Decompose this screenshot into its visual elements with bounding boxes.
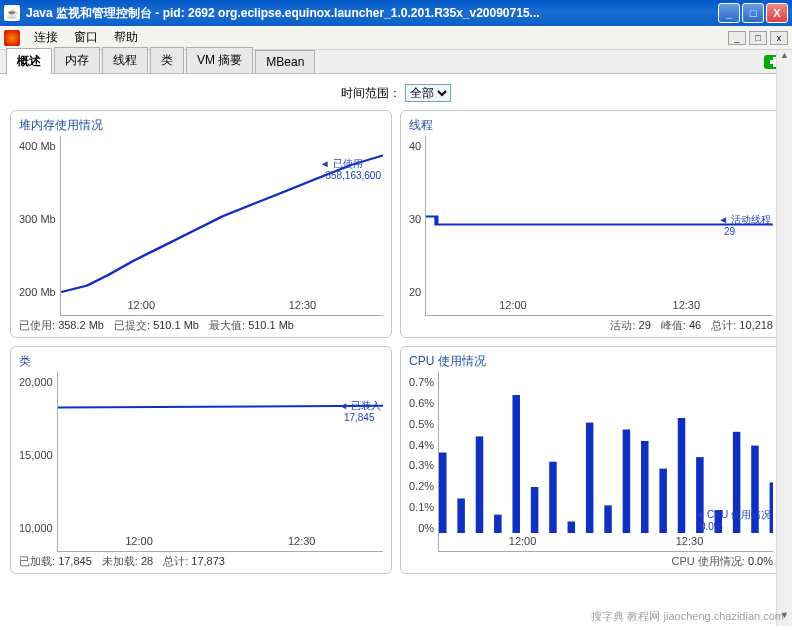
panel-classes-title: 类 — [19, 353, 383, 370]
svg-rect-9 — [604, 505, 612, 533]
timerange-label: 时间范围： — [341, 86, 401, 100]
svg-rect-0 — [439, 453, 447, 534]
minimize-button[interactable]: _ — [718, 3, 740, 23]
inner-minimize-button[interactable]: _ — [728, 31, 746, 45]
threads-plot[interactable]: ◄ 活动线程 29 12:0012:30 — [425, 136, 773, 316]
panel-threads-title: 线程 — [409, 117, 773, 134]
java-icon: ☕ — [4, 5, 20, 21]
cpu-stats: CPU 使用情况: 0.0% — [409, 554, 773, 569]
title-bar: ☕ Java 监视和管理控制台 - pid: 2692 org.eclipse.… — [0, 0, 792, 26]
heap-stats: 已使用: 358.2 Mb 已提交: 510.1 Mb 最大值: 510.1 M… — [19, 318, 383, 333]
inner-close-button[interactable]: x — [770, 31, 788, 45]
threads-legend: ◄ 活动线程 29 — [718, 214, 771, 238]
panel-cpu-title: CPU 使用情况 — [409, 353, 773, 370]
cpu-plot[interactable]: ◄ CPU 使用情况 0.0% 12:0012:30 — [438, 372, 773, 552]
svg-rect-8 — [586, 423, 594, 533]
threads-stats: 活动: 29 峰值: 46 总计: 10,218 — [409, 318, 773, 333]
tab-vm-summary[interactable]: VM 摘要 — [186, 47, 253, 73]
svg-rect-3 — [494, 515, 502, 533]
svg-rect-5 — [531, 487, 539, 533]
menu-help[interactable]: 帮助 — [106, 26, 146, 49]
tab-memory[interactable]: 内存 — [54, 47, 100, 73]
menu-window[interactable]: 窗口 — [66, 26, 106, 49]
svg-rect-6 — [549, 462, 557, 533]
svg-rect-1 — [457, 499, 465, 534]
svg-rect-4 — [513, 395, 521, 533]
cpu-legend: ◄ CPU 使用情况 0.0% — [694, 509, 771, 533]
classes-stats: 已加载: 17,845 未加载: 28 总计: 17,873 — [19, 554, 383, 569]
classes-plot[interactable]: ◄ 已装入 17,845 12:0012:30 — [57, 372, 383, 552]
tab-bar: 概述 内存 线程 类 VM 摘要 MBean — [0, 50, 792, 74]
inner-restore-button[interactable]: □ — [749, 31, 767, 45]
tab-threads[interactable]: 线程 — [102, 47, 148, 73]
watermark: 搜字典 教程网 jiaocheng.chazidian.com — [591, 609, 784, 624]
svg-rect-7 — [568, 522, 576, 534]
window-title: Java 监视和管理控制台 - pid: 2692 org.eclipse.eq… — [26, 5, 718, 22]
svg-rect-10 — [623, 430, 631, 534]
vertical-scrollbar[interactable]: ▲ ▼ — [776, 50, 792, 626]
svg-rect-12 — [659, 469, 667, 533]
heap-yaxis: 400 Mb300 Mb200 Mb — [19, 136, 60, 316]
threads-yaxis: 403020 — [409, 136, 425, 316]
tab-overview[interactable]: 概述 — [6, 48, 52, 74]
timerange-row: 时间范围： 全部 — [10, 84, 782, 102]
tab-mbean[interactable]: MBean — [255, 50, 315, 73]
panel-cpu: CPU 使用情况 0.7%0.6%0.5%0.4%0.3%0.2%0.1%0% … — [400, 346, 782, 574]
panel-heap-title: 堆内存使用情况 — [19, 117, 383, 134]
timerange-select[interactable]: 全部 — [405, 84, 451, 102]
maximize-button[interactable]: □ — [742, 3, 764, 23]
heap-plot[interactable]: ◄ 已使用 358,163,600 12:0012:30 — [60, 136, 383, 316]
svg-rect-2 — [476, 436, 484, 533]
cpu-yaxis: 0.7%0.6%0.5%0.4%0.3%0.2%0.1%0% — [409, 372, 438, 552]
panel-classes: 类 20,00015,00010,000 ◄ 已装入 17,845 12:001… — [10, 346, 392, 574]
classes-legend: ◄ 已装入 17,845 — [338, 400, 381, 424]
svg-rect-11 — [641, 441, 649, 533]
java-app-icon — [4, 30, 20, 46]
close-button[interactable]: X — [766, 3, 788, 23]
scroll-up-icon[interactable]: ▲ — [780, 50, 789, 66]
heap-legend: ◄ 已使用 358,163,600 — [320, 158, 381, 182]
svg-rect-13 — [678, 418, 686, 533]
tab-classes[interactable]: 类 — [150, 47, 184, 73]
panel-heap: 堆内存使用情况 400 Mb300 Mb200 Mb ◄ 已使用 358,163… — [10, 110, 392, 338]
menu-connect[interactable]: 连接 — [26, 26, 66, 49]
content-area: 时间范围： 全部 堆内存使用情况 400 Mb300 Mb200 Mb ◄ 已使… — [0, 74, 792, 580]
panel-threads: 线程 403020 ◄ 活动线程 29 12:0012:30 活动: 29 峰值… — [400, 110, 782, 338]
classes-yaxis: 20,00015,00010,000 — [19, 372, 57, 552]
